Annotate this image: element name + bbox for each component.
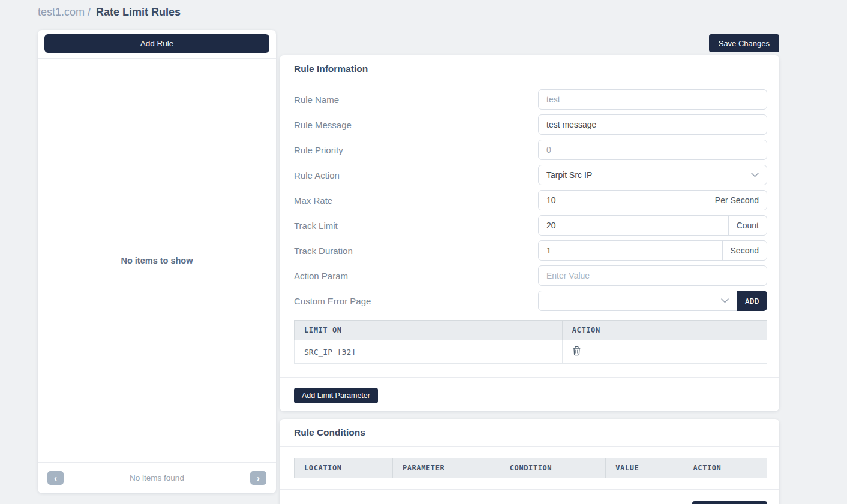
add-limit-parameter-button[interactable]: Add Limit Parameter — [294, 388, 378, 403]
chevron-down-icon — [721, 298, 729, 303]
chevron-right-icon: › — [257, 473, 260, 482]
add-rule-button[interactable]: Add Rule — [44, 34, 269, 53]
pagination-next-button[interactable]: › — [250, 471, 266, 485]
save-changes-button[interactable]: Save Changes — [709, 34, 779, 52]
table-row: SRC_IP [32] — [295, 340, 767, 364]
field-custom-error-page: Custom Error Page ADD — [294, 291, 767, 311]
rule-information-title: Rule Information — [280, 55, 779, 83]
custom-error-page-select[interactable] — [538, 291, 737, 311]
pagination-prev-button[interactable]: ‹ — [47, 471, 64, 485]
max-rate-label: Max Rate — [294, 195, 538, 206]
rule-name-input[interactable] — [538, 89, 767, 110]
new-conditions-button[interactable]: New Conditions — [692, 501, 767, 504]
track-limit-unit: Count — [728, 216, 767, 235]
rule-information-body: Rule Name Rule Message Rule Priority — [280, 83, 779, 377]
rule-message-label: Rule Message — [294, 120, 538, 130]
track-limit-input[interactable] — [539, 216, 728, 235]
parameter-column-header: PARAMETER — [392, 458, 500, 478]
action-column-header: ACTION — [683, 458, 767, 478]
rule-conditions-footer: New Conditions — [280, 489, 779, 504]
condition-column-header: CONDITION — [500, 458, 606, 478]
rules-list-empty-state: No items to show — [38, 59, 276, 462]
rule-priority-input[interactable] — [538, 140, 767, 160]
location-column-header: LOCATION — [295, 458, 393, 478]
pagination-status-text: No items found — [130, 473, 184, 482]
rules-list-panel: Add Rule No items to show ‹ No items fou… — [38, 30, 276, 493]
delete-limit-button[interactable] — [572, 346, 581, 358]
limit-on-cell: SRC_IP [32] — [295, 340, 563, 364]
rule-information-card: Rule Information Rule Name Rule Message — [280, 55, 779, 411]
max-rate-unit: Per Second — [707, 191, 767, 210]
rule-message-input[interactable] — [538, 114, 767, 135]
page-title: Rate Limit Rules — [96, 6, 181, 18]
rule-action-label: Rule Action — [294, 170, 538, 180]
max-rate-input[interactable] — [539, 191, 707, 210]
rule-name-label: Rule Name — [294, 95, 538, 105]
limit-parameters-table: LIMIT ON ACTION SRC_IP [32] — [294, 320, 767, 364]
breadcrumb: test1.com / Rate Limit Rules — [38, 6, 847, 19]
trash-icon — [572, 346, 581, 358]
rule-priority-label: Rule Priority — [294, 145, 538, 155]
field-track-duration: Track Duration Second — [294, 240, 767, 261]
rule-information-footer: Add Limit Parameter — [280, 377, 779, 411]
field-track-limit: Track Limit Count — [294, 215, 767, 236]
breadcrumb-site[interactable]: test1.com / — [38, 6, 91, 18]
field-action-param: Action Param — [294, 265, 767, 286]
track-limit-label: Track Limit — [294, 221, 538, 231]
field-rule-priority: Rule Priority — [294, 140, 767, 160]
rules-pagination: ‹ No items found › — [38, 462, 276, 493]
empty-state-text: No items to show — [121, 256, 193, 265]
limit-on-column-header: LIMIT ON — [295, 321, 563, 340]
value-column-header: VALUE — [606, 458, 683, 478]
rule-conditions-body: LOCATION PARAMETER CONDITION VALUE ACTIO… — [280, 447, 779, 489]
track-duration-unit: Second — [722, 241, 767, 260]
rule-action-select[interactable]: Tarpit Src IP — [538, 165, 767, 185]
action-param-input[interactable] — [538, 265, 767, 286]
field-rule-name: Rule Name — [294, 89, 767, 110]
rule-conditions-title: Rule Conditions — [280, 419, 779, 447]
rules-panel-header: Add Rule — [38, 30, 276, 59]
chevron-left-icon: ‹ — [54, 473, 57, 482]
track-duration-input[interactable] — [539, 241, 722, 260]
field-rule-action: Rule Action Tarpit Src IP — [294, 165, 767, 185]
editor-toolbar: Save Changes — [280, 34, 779, 52]
action-column-header: ACTION — [562, 321, 767, 340]
action-param-label: Action Param — [294, 271, 538, 281]
rule-action-selected-value: Tarpit Src IP — [546, 170, 592, 180]
page: test1.com / Rate Limit Rules Add Rule No… — [0, 0, 847, 504]
track-duration-label: Track Duration — [294, 246, 538, 256]
add-error-page-button[interactable]: ADD — [737, 291, 767, 311]
rule-editor: Save Changes Rule Information Rule Name … — [280, 30, 779, 504]
field-max-rate: Max Rate Per Second — [294, 190, 767, 210]
custom-error-page-label: Custom Error Page — [294, 296, 538, 306]
field-rule-message: Rule Message — [294, 114, 767, 135]
content-columns: Add Rule No items to show ‹ No items fou… — [38, 30, 847, 504]
rule-conditions-card: Rule Conditions LOCATION PARAMETER CONDI… — [280, 419, 779, 504]
chevron-down-icon — [751, 173, 759, 177]
conditions-table: LOCATION PARAMETER CONDITION VALUE ACTIO… — [294, 458, 767, 478]
